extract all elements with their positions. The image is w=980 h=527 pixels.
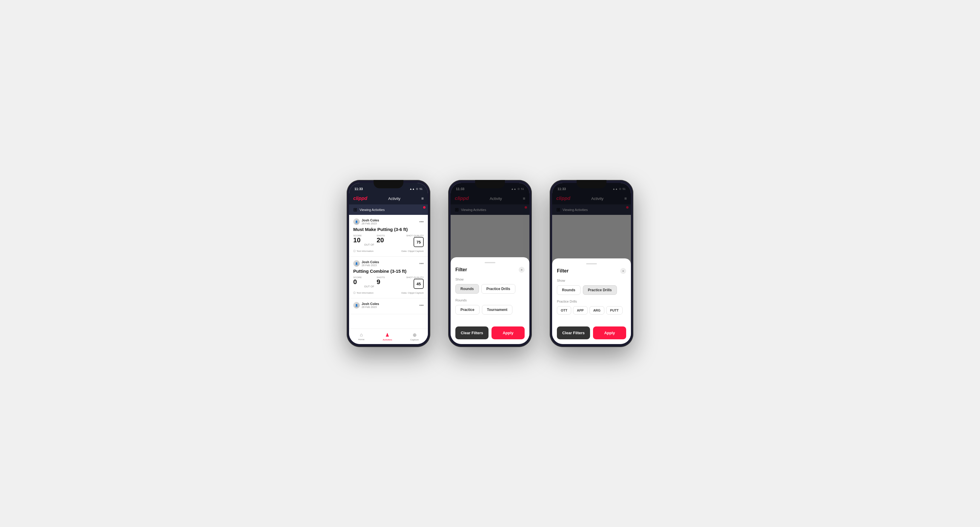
status-time-1: 11:33 bbox=[355, 187, 363, 191]
apply-btn-3[interactable]: Apply bbox=[593, 327, 626, 339]
data-source-0: Data: Clippd Capture bbox=[401, 250, 424, 252]
modal-header-2: Filter × bbox=[455, 267, 525, 273]
stat-group-score-0: Score 10 bbox=[353, 234, 361, 243]
filter-dot-1 bbox=[423, 206, 425, 209]
activity-title-0: Must Make Putting (3-6 ft) bbox=[353, 227, 424, 232]
show-buttons-2: Rounds Practice Drills bbox=[455, 284, 525, 294]
app-header-1: clippd Activity ≡ bbox=[349, 192, 428, 205]
drills-label-3: Practice Drills bbox=[557, 300, 626, 303]
apply-btn-2[interactable]: Apply bbox=[492, 327, 525, 339]
stat-group-quality-0: Shot Quality 75 bbox=[406, 234, 424, 247]
avatar-img-1: 👤 bbox=[353, 260, 360, 267]
filter-banner-text-1: Viewing Activities bbox=[360, 208, 385, 211]
activity-item-0: 👤 Josh Coles 28 Feb 2023 ••• Must Make P… bbox=[349, 215, 428, 257]
stat-group-quality-1: Shot Quality 45 bbox=[406, 276, 424, 289]
user-details-1: Josh Coles 28 Feb 2023 bbox=[361, 260, 379, 267]
avatar-img-0: 👤 bbox=[353, 219, 360, 225]
data-source-1: Data: Clippd Capture bbox=[401, 292, 424, 294]
phone-1-notch bbox=[374, 180, 403, 188]
user-date-1: 28 Feb 2023 bbox=[361, 264, 379, 267]
modal-footer-2: Clear Filters Apply bbox=[455, 327, 525, 339]
activity-header-1: 👤 Josh Coles 28 Feb 2023 ••• bbox=[353, 260, 424, 267]
activities-icon-1: ♟ bbox=[385, 332, 389, 338]
modal-close-2[interactable]: × bbox=[519, 267, 525, 273]
modal-title-3: Filter bbox=[557, 268, 568, 274]
stats-row-0: Score 10 OUT OF Shots 20 Shot Quality 75 bbox=[353, 234, 424, 247]
filter-modal-3: Filter × Show Rounds Practice Drills Pra… bbox=[552, 259, 631, 344]
tournament-btn-2[interactable]: Tournament bbox=[482, 305, 512, 314]
rounds-show-btn-2[interactable]: Rounds bbox=[455, 284, 479, 294]
modal-handle-3 bbox=[586, 263, 597, 264]
home-icon-1: ⌂ bbox=[360, 332, 363, 338]
nav-activities-1[interactable]: ♟ Activities bbox=[383, 332, 392, 341]
drill-tag-ott[interactable]: OTT bbox=[557, 306, 571, 314]
filter-modal-2: Filter × Show Rounds Practice Drills Rou… bbox=[450, 257, 530, 344]
user-date-0: 28 Feb 2023 bbox=[361, 222, 379, 225]
activities-label-1: Activities bbox=[383, 338, 392, 341]
show-buttons-3: Rounds Practice Drills bbox=[557, 285, 626, 295]
phone-3-screen: 11:33 ▲▲ ⊙ 51 clippd Activity ≡ ⊞ Vi bbox=[552, 183, 631, 344]
activity-list-1: 👤 Josh Coles 28 Feb 2023 ••• Must Make P… bbox=[349, 215, 428, 329]
menu-icon-1[interactable]: ≡ bbox=[421, 196, 424, 201]
filter-banner-1[interactable]: ⊞ Viewing Activities bbox=[349, 205, 428, 215]
rounds-show-btn-3[interactable]: Rounds bbox=[557, 285, 581, 295]
avatar-img-2: 👤 bbox=[353, 302, 360, 308]
nav-capture-1[interactable]: ⊕ Capture bbox=[410, 332, 418, 341]
stat-group-shots-1: Shots 9 bbox=[377, 276, 385, 285]
modal-title-2: Filter bbox=[455, 267, 467, 273]
out-of-1: OUT OF bbox=[364, 285, 374, 289]
battery-icon: 51 bbox=[420, 187, 423, 190]
user-details-0: Josh Coles 28 Feb 2023 bbox=[361, 218, 379, 225]
shots-value-1: 9 bbox=[377, 279, 385, 285]
dots-menu-0[interactable]: ••• bbox=[419, 219, 424, 224]
modal-header-3: Filter × bbox=[557, 268, 626, 274]
drills-show-btn-3[interactable]: Practice Drills bbox=[583, 285, 617, 295]
clear-filters-btn-3[interactable]: Clear Filters bbox=[557, 327, 590, 339]
out-of-0: OUT OF bbox=[364, 243, 374, 247]
drill-tag-putt[interactable]: PUTT bbox=[606, 306, 622, 314]
drill-tag-arg[interactable]: ARG bbox=[589, 306, 605, 314]
header-title-1: Activity bbox=[388, 196, 401, 201]
drills-show-btn-2[interactable]: Practice Drills bbox=[481, 284, 515, 294]
avatar-1: 👤 bbox=[353, 260, 360, 267]
quality-badge-1: 45 bbox=[414, 279, 424, 289]
stats-row-1: Score 0 OUT OF Shots 9 Shot Quality 45 bbox=[353, 276, 424, 289]
info-icon-1: ⓘ bbox=[353, 291, 356, 295]
user-name-2: Josh Coles bbox=[361, 302, 379, 306]
activity-item-2: 👤 Josh Coles 28 Feb 2023 ••• bbox=[349, 298, 428, 314]
activity-title-1: Putting Combine (3-15 ft) bbox=[353, 268, 424, 274]
user-name-1: Josh Coles bbox=[361, 260, 379, 264]
clear-filters-btn-2[interactable]: Clear Filters bbox=[455, 327, 488, 339]
bottom-nav-1: ⌂ Home ♟ Activities ⊕ Capture bbox=[349, 329, 428, 344]
test-info-1: ⓘ Test Information bbox=[353, 291, 374, 295]
stat-group-shots-0: Shots 20 bbox=[377, 234, 385, 243]
nav-home-1[interactable]: ⌂ Home bbox=[358, 332, 364, 341]
user-name-0: Josh Coles bbox=[361, 218, 379, 222]
activity-footer-1: ⓘ Test Information Data: Clippd Capture bbox=[353, 291, 424, 295]
activity-header-2: 👤 Josh Coles 28 Feb 2023 ••• bbox=[353, 302, 424, 309]
activity-item-1: 👤 Josh Coles 28 Feb 2023 ••• Putting Com… bbox=[349, 257, 428, 298]
filter-modal-overlay-2: Filter × Show Rounds Practice Drills Rou… bbox=[450, 183, 530, 344]
capture-icon-1: ⊕ bbox=[413, 332, 417, 338]
drill-tags-3: OTT APP ARG PUTT bbox=[557, 306, 626, 314]
rounds-buttons-2: Practice Tournament bbox=[455, 305, 525, 314]
filter-banner-icon-1: ⊞ bbox=[353, 207, 357, 213]
phone-2-notch bbox=[475, 180, 505, 188]
phone-3: 11:33 ▲▲ ⊙ 51 clippd Activity ≡ ⊞ Vi bbox=[550, 180, 633, 347]
show-label-3: Show bbox=[557, 279, 626, 282]
logo-1: clippd bbox=[353, 196, 367, 201]
user-date-2: 28 Feb 2023 bbox=[361, 306, 379, 309]
user-info-0: 👤 Josh Coles 28 Feb 2023 bbox=[353, 218, 379, 225]
practice-btn-2[interactable]: Practice bbox=[455, 305, 480, 314]
quality-label-0: Shot Quality bbox=[406, 234, 424, 237]
quality-badge-0: 75 bbox=[414, 237, 424, 247]
dots-menu-1[interactable]: ••• bbox=[419, 261, 424, 266]
score-value-1: 0 bbox=[353, 279, 361, 285]
phone-1: 11:33 ▲▲ ⊙ 51 clippd Activity ≡ ⊞ Vi bbox=[347, 180, 430, 347]
modal-close-3[interactable]: × bbox=[620, 268, 626, 274]
show-label-2: Show bbox=[455, 278, 525, 281]
dots-menu-2[interactable]: ••• bbox=[419, 303, 424, 308]
score-value-0: 10 bbox=[353, 237, 361, 243]
avatar-0: 👤 bbox=[353, 218, 360, 225]
drill-tag-app[interactable]: APP bbox=[573, 306, 588, 314]
